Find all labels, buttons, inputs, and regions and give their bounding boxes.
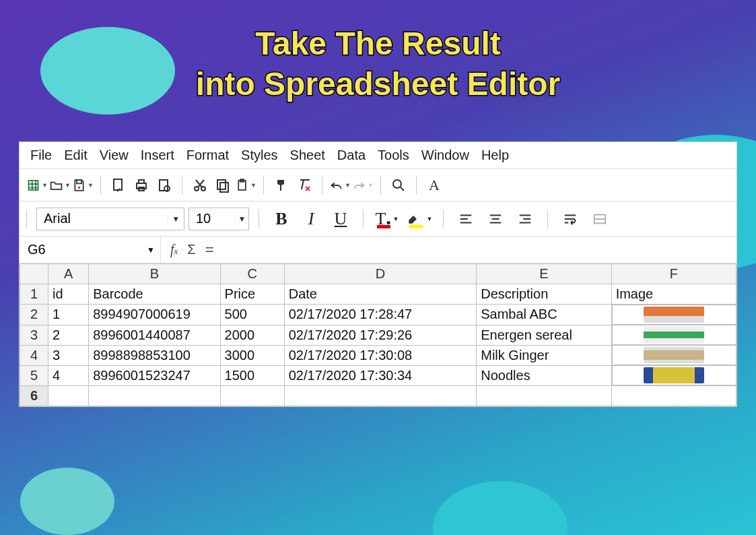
save-icon[interactable]: ▼ xyxy=(72,175,94,196)
name-box[interactable]: G6 ▼ xyxy=(20,237,161,263)
cell[interactable]: 3000 xyxy=(220,345,284,365)
underline-button[interactable]: U xyxy=(328,207,353,231)
function-wizard-icon[interactable]: fx xyxy=(170,242,178,257)
cell[interactable]: 4 xyxy=(48,365,89,386)
table-row[interactable]: 5 4 8996001523247 1500 02/17/2020 17:30:… xyxy=(20,365,736,386)
chevron-down-icon[interactable]: ▼ xyxy=(167,214,184,224)
cell[interactable] xyxy=(220,386,284,406)
cut-icon[interactable] xyxy=(189,175,211,196)
italic-button[interactable]: I xyxy=(298,207,324,231)
col-header[interactable]: E xyxy=(477,264,611,284)
merge-cells-button[interactable] xyxy=(587,207,613,231)
cell[interactable]: 2 xyxy=(48,325,89,345)
align-right-button[interactable] xyxy=(512,207,538,231)
menu-view[interactable]: View xyxy=(96,146,133,164)
spellcheck-icon[interactable]: A xyxy=(423,175,445,196)
highlight-color-button[interactable]: ▼ xyxy=(405,207,434,231)
cell[interactable]: 500 xyxy=(220,305,284,325)
col-header[interactable]: A xyxy=(48,264,89,284)
table-row[interactable]: 6 xyxy=(20,386,736,406)
cell[interactable]: Description xyxy=(477,284,611,305)
row-header[interactable]: 3 xyxy=(20,325,48,345)
clone-formatting-icon[interactable] xyxy=(271,175,292,196)
cell[interactable]: Noodles xyxy=(477,365,611,386)
formula-input[interactable] xyxy=(224,242,736,257)
wrap-text-button[interactable] xyxy=(557,207,583,231)
cell[interactable]: Image xyxy=(611,284,736,305)
row-header[interactable]: 6 xyxy=(20,386,48,406)
col-header[interactable]: C xyxy=(220,264,284,284)
cell[interactable]: 1500 xyxy=(220,365,284,386)
chevron-down-icon[interactable]: ▼ xyxy=(147,245,155,255)
cell[interactable]: 02/17/2020 17:30:34 xyxy=(284,365,477,386)
copy-icon[interactable] xyxy=(212,175,234,196)
font-size-combo[interactable]: ▼ xyxy=(188,208,249,230)
cell[interactable]: 02/17/2020 17:28:47 xyxy=(284,305,477,325)
find-icon[interactable] xyxy=(388,175,409,196)
menu-data[interactable]: Data xyxy=(333,146,370,164)
menu-window[interactable]: Window xyxy=(417,146,473,164)
row-header[interactable]: 5 xyxy=(20,365,48,386)
menu-file[interactable]: File xyxy=(26,146,56,164)
new-icon[interactable]: ▼ xyxy=(26,175,48,196)
cell[interactable] xyxy=(612,365,736,385)
redo-icon[interactable]: ▼ xyxy=(352,175,374,196)
menu-sheet[interactable]: Sheet xyxy=(286,146,329,164)
col-header[interactable]: B xyxy=(89,264,220,284)
bold-button[interactable]: B xyxy=(269,207,294,231)
table-row[interactable]: 3 2 8996001440087 2000 02/17/2020 17:29:… xyxy=(20,325,736,345)
cell[interactable]: 02/17/2020 17:30:08 xyxy=(284,345,477,365)
cell[interactable] xyxy=(48,386,89,406)
table-row[interactable]: 4 3 8998898853100 3000 02/17/2020 17:30:… xyxy=(20,345,736,365)
table-row[interactable]: 2 1 8994907000619 500 02/17/2020 17:28:4… xyxy=(20,305,736,325)
cell[interactable]: Barcode xyxy=(89,284,220,305)
cell[interactable]: 8998898853100 xyxy=(89,345,220,365)
cell[interactable] xyxy=(611,386,736,406)
formula-icon[interactable]: = xyxy=(205,241,214,259)
font-name-combo[interactable]: ▼ xyxy=(36,208,184,230)
chevron-down-icon[interactable]: ▼ xyxy=(235,214,248,224)
cell[interactable]: 8994907000619 xyxy=(89,305,220,325)
select-all-corner[interactable] xyxy=(20,264,48,284)
cell[interactable]: Sambal ABC xyxy=(477,305,611,325)
paste-icon[interactable]: ▼ xyxy=(235,175,256,196)
cell[interactable]: 1 xyxy=(48,305,89,325)
menu-help[interactable]: Help xyxy=(477,146,513,164)
font-color-button[interactable]: T● ▼ xyxy=(373,207,401,231)
undo-icon[interactable]: ▼ xyxy=(329,175,351,196)
cell[interactable]: Milk Ginger xyxy=(477,345,611,365)
cell[interactable]: 8996001523247 xyxy=(89,365,220,386)
cell[interactable]: 8996001440087 xyxy=(89,325,220,345)
menu-insert[interactable]: Insert xyxy=(137,146,178,164)
font-name-input[interactable] xyxy=(37,211,167,226)
align-center-button[interactable] xyxy=(483,207,508,231)
cell[interactable]: id xyxy=(48,284,89,305)
row-header[interactable]: 1 xyxy=(20,284,48,305)
sum-icon[interactable]: Σ xyxy=(187,242,195,257)
cell[interactable] xyxy=(89,386,220,406)
table-row[interactable]: 1 id Barcode Price Date Description Imag… xyxy=(20,284,736,305)
cell[interactable]: Date xyxy=(284,284,477,305)
cell[interactable]: 3 xyxy=(48,345,89,365)
menu-styles[interactable]: Styles xyxy=(237,146,281,164)
print-preview-icon[interactable] xyxy=(153,175,175,196)
export-pdf-icon[interactable] xyxy=(108,175,129,196)
col-header[interactable]: F xyxy=(611,264,736,284)
menu-edit[interactable]: Edit xyxy=(60,146,91,164)
col-header[interactable]: D xyxy=(284,264,477,284)
cell[interactable]: 02/17/2020 17:29:26 xyxy=(284,325,477,345)
clear-formatting-icon[interactable] xyxy=(294,175,315,196)
font-size-input[interactable] xyxy=(189,211,235,226)
open-icon[interactable]: ▼ xyxy=(49,175,71,196)
cell[interactable]: 2000 xyxy=(220,325,284,345)
cell[interactable]: Price xyxy=(220,284,284,305)
print-icon[interactable] xyxy=(131,175,152,196)
row-header[interactable]: 2 xyxy=(20,305,48,325)
menu-format[interactable]: Format xyxy=(182,146,233,164)
cell[interactable] xyxy=(612,345,736,365)
spreadsheet-grid[interactable]: A B C D E F 1 id Barcode Price Date Desc… xyxy=(20,263,736,406)
cell[interactable] xyxy=(284,386,477,406)
cell[interactable] xyxy=(477,386,611,406)
cell[interactable]: Energen sereal xyxy=(477,325,611,345)
cell[interactable] xyxy=(612,305,736,325)
